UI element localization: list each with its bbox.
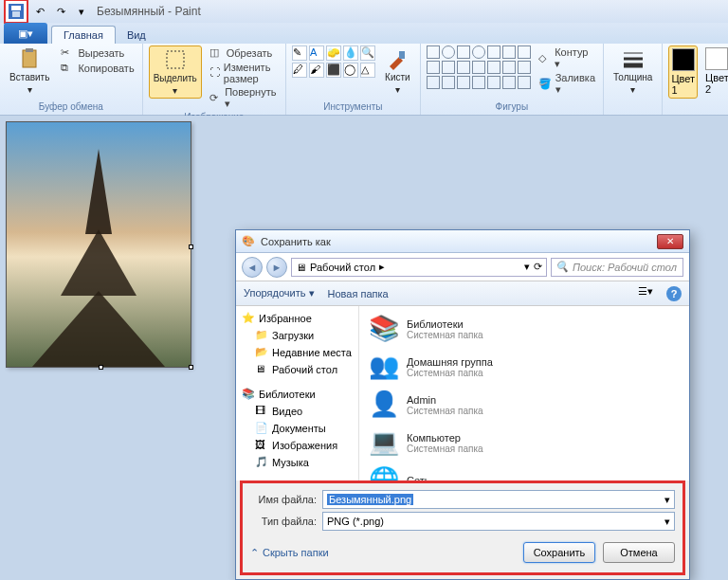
- brush-icon: [386, 47, 409, 70]
- star-icon: ⭐: [242, 312, 255, 325]
- save-as-dialog: 🎨 Сохранить как ✕ ◄ ► 🖥 Рабочий стол ▸ ▾…: [235, 229, 690, 580]
- search-input[interactable]: 🔍 Поиск: Рабочий стол: [551, 258, 683, 277]
- window-title: Безымянный - Paint: [97, 5, 201, 18]
- filetype-row: Тип файла: PNG (*.png)▾: [250, 512, 675, 531]
- item-icon: 🌐: [369, 465, 399, 480]
- back-button[interactable]: ◄: [242, 257, 263, 278]
- chevron-down-icon[interactable]: ▾: [664, 494, 670, 506]
- group-label: Инструменты: [323, 100, 382, 113]
- new-folder-button[interactable]: Новая папка: [328, 288, 389, 299]
- floppy-icon: [9, 4, 24, 19]
- cancel-button[interactable]: Отмена: [603, 542, 675, 563]
- resize-button[interactable]: ⛶Изменить размер: [208, 61, 280, 85]
- color2-swatch: [705, 47, 728, 70]
- drawing-canvas[interactable]: [6, 121, 191, 368]
- music-icon: 🎵: [255, 456, 268, 469]
- select-button[interactable]: Выделить▾: [149, 45, 202, 99]
- view-button[interactable]: ☰▾: [638, 285, 661, 302]
- outline-button[interactable]: ◇Контур ▾: [537, 45, 597, 71]
- tree-libraries[interactable]: 📚Библиотеки: [238, 386, 356, 403]
- chevron-down-icon[interactable]: ▾: [524, 261, 530, 273]
- dialog-body: ⭐Избранное 📁Загрузки 📂Недавние места 🖥Ра…: [236, 306, 689, 480]
- rotate-button[interactable]: ⟳Повернуть ▾: [208, 85, 280, 111]
- fill-icon: 🪣: [538, 78, 552, 91]
- tree-downloads[interactable]: 📁Загрузки: [238, 327, 356, 344]
- folder-icon: 📁: [255, 329, 268, 342]
- thickness-button[interactable]: Толщина▾: [610, 45, 656, 97]
- list-item[interactable]: 👤AdminСистемная папка: [363, 386, 685, 424]
- group-thickness: Толщина▾: [604, 44, 663, 115]
- color2-button[interactable]: Цвет 2: [703, 45, 728, 97]
- list-item[interactable]: 🌐Сеть: [363, 462, 685, 480]
- document-icon: 📄: [255, 422, 268, 435]
- paint-icon: 🎨: [242, 235, 255, 247]
- list-item[interactable]: 👥Домашняя группаСистемная папка: [363, 348, 685, 386]
- group-clipboard: Вставить▾ ✂Вырезать ⧉Копировать Буфер об…: [0, 44, 143, 115]
- close-button[interactable]: ✕: [657, 234, 683, 249]
- filename-input[interactable]: Безымянный.png▾: [322, 490, 675, 509]
- tree-recent[interactable]: 📂Недавние места: [238, 344, 356, 361]
- paste-icon: [18, 47, 41, 70]
- ribbon: Вставить▾ ✂Вырезать ⧉Копировать Буфер об…: [0, 44, 728, 116]
- chevron-down-icon[interactable]: ▾: [664, 516, 670, 528]
- brushes-button[interactable]: Кисти▾: [381, 45, 414, 97]
- help-button[interactable]: ?: [666, 286, 682, 301]
- svg-rect-2: [167, 51, 184, 68]
- tree-desktop[interactable]: 🖥Рабочий стол: [238, 361, 356, 378]
- group-colors: Цвет 1 Цвет 2 Цвета: [663, 44, 728, 115]
- fill-button[interactable]: 🪣Заливка ▾: [537, 71, 597, 97]
- svg-rect-1: [26, 48, 33, 52]
- forward-button[interactable]: ►: [266, 257, 287, 278]
- group-image: Выделить▾ ◫Обрезать ⛶Изменить размер ⟳По…: [143, 44, 286, 115]
- organize-button[interactable]: Упорядочить ▾: [244, 287, 315, 299]
- tool-grid[interactable]: ✎A🧽💧🔍 🖊🖌⬛◯△: [292, 45, 375, 78]
- desktop-icon: 🖥: [296, 262, 306, 273]
- tab-view[interactable]: Вид: [116, 27, 157, 44]
- nav-bar: ◄ ► 🖥 Рабочий стол ▸ ▾ ⟳ 🔍 Поиск: Рабочи…: [236, 253, 689, 281]
- copy-button[interactable]: ⧉Копировать: [59, 61, 136, 76]
- save-confirm-button[interactable]: Сохранить: [523, 542, 595, 563]
- shapes-gallery[interactable]: [427, 45, 531, 89]
- rotate-icon: ⟳: [209, 92, 221, 105]
- tree-videos[interactable]: 🎞Видео: [238, 403, 356, 420]
- undo-button[interactable]: ↶: [30, 2, 49, 21]
- filetype-label: Тип файла:: [250, 516, 317, 527]
- paste-button[interactable]: Вставить▾: [6, 45, 53, 97]
- filename-label: Имя файла:: [250, 494, 317, 505]
- canvas-workspace: 🎨 Сохранить как ✕ ◄ ► 🖥 Рабочий стол ▸ ▾…: [0, 116, 728, 580]
- list-item[interactable]: 📚БиблиотекиСистемная папка: [363, 310, 685, 348]
- dialog-title: Сохранить как: [261, 236, 651, 247]
- file-list[interactable]: 📚БиблиотекиСистемная папка👥Домашняя груп…: [359, 306, 689, 480]
- copy-icon: ⧉: [61, 62, 74, 75]
- file-menu-button[interactable]: ▣▾: [4, 23, 47, 44]
- nav-tree[interactable]: ⭐Избранное 📁Загрузки 📂Недавние места 🖥Ра…: [236, 306, 359, 480]
- address-bar[interactable]: 🖥 Рабочий стол ▸ ▾ ⟳: [291, 258, 547, 277]
- cut-button[interactable]: ✂Вырезать: [59, 45, 136, 61]
- video-icon: 🎞: [255, 405, 268, 418]
- group-shapes: ◇Контур ▾ 🪣Заливка ▾ Фигуры: [421, 44, 604, 115]
- search-icon: 🔍: [555, 261, 569, 273]
- filename-row: Имя файла: Безымянный.png▾: [250, 490, 675, 509]
- tab-home[interactable]: Главная: [51, 26, 116, 44]
- pictures-icon: 🖼: [255, 439, 268, 452]
- crop-button[interactable]: ◫Обрезать: [208, 45, 280, 61]
- tree-documents[interactable]: 📄Документы: [238, 420, 356, 437]
- tree-pictures[interactable]: 🖼Изображения: [238, 437, 356, 454]
- list-item[interactable]: 💻КомпьютерСистемная папка: [363, 424, 685, 462]
- scissors-icon: ✂: [61, 46, 74, 60]
- filetype-select[interactable]: PNG (*.png)▾: [322, 512, 675, 531]
- redo-button[interactable]: ↷: [51, 2, 70, 21]
- group-label: Буфер обмена: [39, 100, 103, 113]
- resize-icon: ⛶: [209, 66, 220, 80]
- outline-icon: ◇: [538, 52, 552, 65]
- save-button[interactable]: [7, 2, 26, 21]
- hide-folders-button[interactable]: ⌃Скрыть папки: [250, 547, 329, 559]
- tree-music[interactable]: 🎵Музыка: [238, 454, 356, 471]
- qat-dropdown[interactable]: ▾: [72, 2, 91, 21]
- refresh-button[interactable]: ⟳: [534, 261, 542, 273]
- dialog-titlebar[interactable]: 🎨 Сохранить как ✕: [236, 230, 689, 253]
- item-icon: 💻: [369, 427, 399, 458]
- tree-favorites[interactable]: ⭐Избранное: [238, 310, 356, 327]
- item-icon: 📚: [369, 314, 399, 344]
- color1-button[interactable]: Цвет 1: [668, 45, 698, 99]
